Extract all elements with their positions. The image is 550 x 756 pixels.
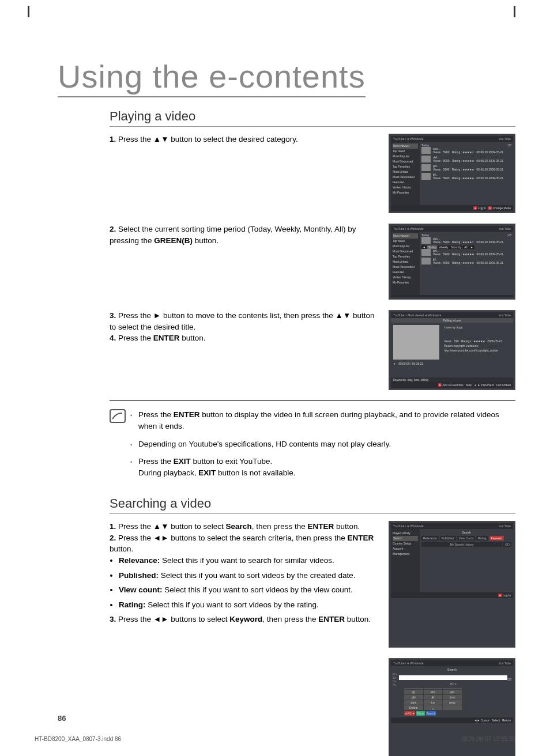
text-col: 1. Press the ▲▼ button to select the des… (110, 134, 389, 151)
list-item[interactable]: ghi...Views : 5900 Rating : ★★★★★ 00:06:… (421, 164, 511, 171)
note3-d: button is not available. (216, 468, 295, 477)
key[interactable]: abc (424, 690, 443, 694)
list-item[interactable]: abc...Views : 5900 Rating : ★★★★☆ 00:06:… (421, 147, 511, 154)
video-views: Views : 5900 (433, 252, 450, 256)
menu-item[interactable]: Top rated (393, 149, 405, 153)
video-views: Views : 5900 (433, 176, 450, 180)
video-views: Views : 5900 (433, 150, 450, 154)
tab-viewcount[interactable]: View Count (457, 536, 475, 540)
list-item[interactable]: jkl...Views : 5900 Rating : ★★★★★ 00:06:… (421, 258, 511, 264)
vc-text: Select this if you want to sort videos b… (163, 585, 353, 594)
key[interactable]: mno (443, 695, 462, 700)
menu-item[interactable]: Most Popular (393, 154, 409, 158)
search-button[interactable]: Search (426, 711, 436, 716)
play-icon[interactable]: ► (393, 362, 396, 365)
search-tabs: Relevance Published View Count Rating Ke… (421, 536, 511, 540)
s1-search: Search (226, 522, 252, 531)
video-date: 2009-05-21 (488, 150, 503, 154)
chapter-title: Using the e-contents (58, 58, 366, 97)
menu-item[interactable]: Visited History (393, 275, 411, 279)
menu-item[interactable]: Most Linked (393, 260, 408, 263)
typed-text: a b c (399, 682, 507, 685)
key[interactable]: @ (404, 690, 423, 694)
menu-item[interactable]: Most Linked (393, 170, 408, 173)
menu-item[interactable]: Country Setup (393, 542, 411, 545)
menu-item[interactable]: Featured (393, 180, 404, 184)
menu-item[interactable]: Most Responded (393, 265, 415, 269)
key[interactable]: pqrs (404, 700, 423, 705)
menu-item[interactable]: Most Responded (393, 175, 415, 179)
menu-item[interactable]: Most Popular (393, 244, 409, 248)
menu-item[interactable]: My Favorites (393, 281, 409, 284)
footer-a-button[interactable]: a (438, 383, 442, 387)
key[interactable]: wxyz (443, 700, 462, 705)
blank-button[interactable]: Blank (416, 711, 425, 716)
menu-item[interactable]: Player Library (393, 531, 410, 535)
key[interactable]: jkl (424, 695, 443, 700)
menu-item[interactable]: Most Discussed (393, 250, 413, 253)
menu-most-viewed[interactable]: Most viewed (393, 143, 418, 149)
add-favorites[interactable]: Add to Favorites (442, 383, 463, 387)
note3-b: button to exit YouTube. (191, 457, 272, 466)
search-input[interactable] (399, 675, 507, 680)
skip-label[interactable]: Skip (466, 383, 472, 387)
menu-item[interactable]: Most Discussed (393, 160, 413, 163)
s3-c: button. (345, 615, 371, 623)
ss-body: Most viewed Top rated Most Popular Most … (391, 232, 513, 295)
menu-item[interactable]: Featured (393, 270, 404, 274)
key[interactable] (443, 705, 462, 710)
video-rating: Rating : ★★★★☆ (452, 240, 474, 244)
ss-footer (391, 295, 513, 297)
step-4-a: Press the (118, 334, 153, 342)
tab-relevance[interactable]: Relevance (421, 536, 439, 540)
list-item[interactable]: abc...Views : 5900 Rating : ★★★★☆ 00:06:… (421, 237, 511, 244)
video-rating: Rating : ★★★★★ (452, 261, 474, 264)
ss-header: YouTube / ⊕ Worldwide You Tube (391, 136, 513, 142)
tab-published[interactable]: Published (440, 536, 456, 540)
key[interactable]: tuv (424, 700, 443, 705)
crop-mark (514, 6, 515, 17)
note3-exit2: EXIT (198, 468, 216, 477)
case-button[interactable]: a/A/1/★ (404, 711, 415, 716)
key[interactable]: ghi (404, 695, 423, 700)
key[interactable] (404, 688, 423, 689)
video-date: 2009-05-21 (488, 240, 503, 244)
footer-login[interactable]: Log In (503, 594, 511, 597)
list-item[interactable]: def...Views : 5900 Rating : ★★★★★ 00:06:… (421, 156, 511, 162)
footer-change[interactable]: Change Mode (493, 206, 511, 210)
video-date: 2009-05-21 (488, 168, 503, 171)
thumb (421, 164, 431, 171)
step-2-a: Select the current sorting time period (… (110, 225, 356, 245)
footer-a-button[interactable]: a (473, 206, 477, 210)
menu-item-search[interactable]: Search (393, 536, 418, 541)
tab-keyword[interactable]: Keyword (489, 536, 504, 540)
video-duration: 00:06:20 (477, 168, 488, 171)
menu-most-viewed[interactable]: Most viewed (393, 233, 418, 239)
list-item[interactable]: ghi...Views : 5900 Rating : ★★★★★ 00:06:… (421, 249, 511, 256)
menu-item[interactable]: Top Favorites (393, 165, 410, 168)
my-search-history[interactable]: My Search History (421, 542, 502, 547)
ss-title: YouTube / ⊕ Worldwide (393, 227, 423, 230)
prevnext-label[interactable]: ◄ ► Prev/Next (474, 383, 494, 387)
menu-item[interactable]: Account Management (393, 547, 409, 555)
key[interactable] (424, 688, 443, 689)
footer-b-button[interactable]: b (488, 206, 492, 210)
video-frame[interactable] (393, 325, 439, 360)
key[interactable]: def (443, 690, 462, 694)
key-delete[interactable]: Delete (404, 705, 423, 710)
footer-left: HT-BD8200_XAA_0807-3.indd 86 (35, 736, 121, 742)
fullscreen-label[interactable]: Full Screen (496, 383, 511, 387)
go-button[interactable]: GO (503, 542, 511, 547)
list-item[interactable]: jkl...Views : 5900 Rating : ★★★★★ 00:06:… (421, 173, 511, 180)
menu-item[interactable]: Top Favorites (393, 255, 410, 258)
menu-item[interactable]: Visited History (393, 186, 411, 189)
menu-item[interactable]: Top rated (393, 239, 405, 243)
footer-a-button[interactable]: a (498, 594, 502, 597)
note1-enter: ENTER (174, 410, 200, 419)
menu-item[interactable]: My Favorites (393, 191, 409, 194)
footer-login[interactable]: Log In (478, 206, 486, 210)
key[interactable] (443, 688, 462, 689)
key-space[interactable]: ␣ (424, 705, 443, 710)
playback-keywords: Keywords: dog, love, falling (391, 377, 513, 382)
tab-rating[interactable]: Rating (476, 536, 488, 540)
